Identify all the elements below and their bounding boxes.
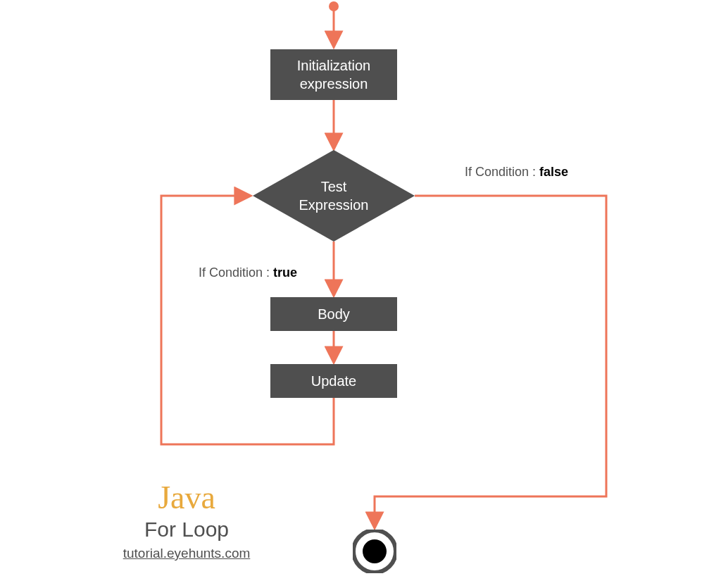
svg-point-2 — [363, 539, 387, 563]
end-node — [353, 530, 396, 573]
title-main: Java — [106, 479, 268, 516]
body-label: Body — [318, 305, 350, 323]
init-label: Initialization expression — [297, 56, 371, 93]
test-label: Test Expression — [299, 177, 369, 214]
update-box: Update — [270, 364, 397, 398]
title-site: tutorial.eyehunts.com — [106, 546, 268, 561]
title-sub: For Loop — [106, 518, 268, 542]
condition-true-label: If Condition : true — [199, 265, 297, 280]
title-block: Java For Loop tutorial.eyehunts.com — [106, 479, 268, 561]
decision-test-expression: Test Expression — [253, 150, 415, 242]
start-node — [329, 1, 339, 11]
body-box: Body — [270, 297, 397, 331]
init-box: Initialization expression — [270, 49, 397, 100]
condition-false-label: If Condition : false — [465, 165, 568, 180]
update-label: Update — [311, 372, 357, 390]
